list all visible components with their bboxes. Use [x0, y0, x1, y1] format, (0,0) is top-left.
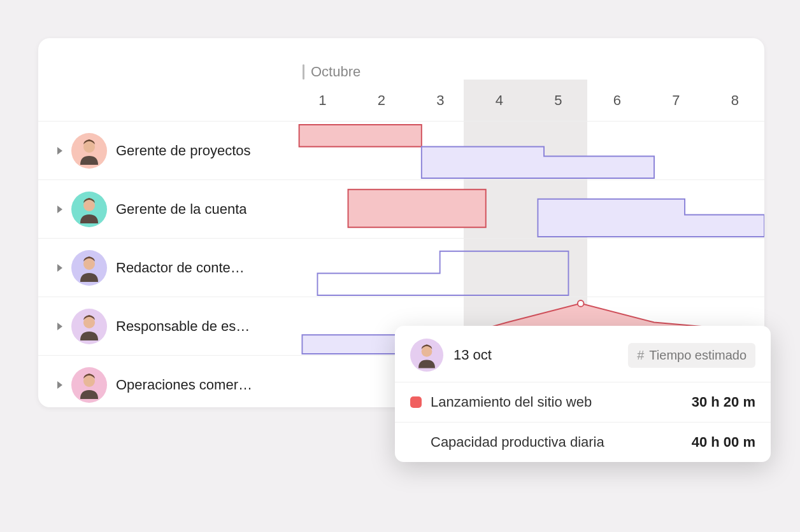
svg-marker-1	[422, 147, 654, 178]
svg-marker-3	[538, 199, 764, 237]
role-label: Gerente de la cuenta	[116, 201, 246, 218]
tooltip-avatar	[410, 339, 443, 372]
tooltip-task-row[interactable]: Lanzamiento del sitio web 30 h 20 m	[395, 382, 771, 422]
expand-icon[interactable]	[57, 323, 62, 330]
resource-row[interactable]: Gerente de la cuenta	[38, 179, 764, 238]
svg-marker-4	[317, 251, 568, 295]
tooltip-header: 13 oct # Tiempo estimado	[395, 326, 771, 382]
day-8[interactable]: 8	[706, 92, 765, 118]
svg-point-7	[578, 300, 584, 307]
hash-icon: #	[637, 348, 644, 363]
resource-row[interactable]: Gerente de proyectos	[38, 121, 764, 179]
workload-chart[interactable]	[293, 180, 764, 238]
day-7[interactable]: 7	[646, 92, 706, 118]
avatar	[71, 133, 107, 169]
row-left: Operaciones comer…	[38, 367, 293, 403]
capacity-time: 40 h 00 m	[692, 434, 755, 451]
tooltip-date: 13 oct	[454, 347, 618, 363]
workload-chart[interactable]	[293, 122, 764, 179]
capacity-label: Capacidad productiva diaria	[431, 434, 683, 451]
row-left: Gerente de proyectos	[38, 133, 293, 169]
task-time: 30 h 20 m	[692, 394, 755, 410]
day-3[interactable]: 3	[411, 92, 470, 118]
role-label: Responsable de es…	[116, 318, 250, 335]
month-tick-icon	[303, 64, 304, 80]
row-left: Responsable de es…	[38, 309, 293, 344]
svg-marker-0	[299, 125, 422, 147]
role-label: Redactor de conte…	[116, 260, 245, 276]
avatar	[71, 192, 107, 227]
avatar	[71, 367, 107, 403]
tooltip-capacity-row: Capacidad productiva diaria 40 h 00 m	[395, 422, 771, 462]
avatar	[71, 309, 107, 344]
resource-row[interactable]: Redactor de conte…	[38, 238, 764, 297]
estimated-time-chip[interactable]: # Tiempo estimado	[628, 343, 755, 368]
expand-icon[interactable]	[57, 264, 62, 272]
expand-icon[interactable]	[57, 147, 62, 155]
avatar	[71, 250, 107, 286]
day-4[interactable]: 4	[470, 92, 529, 118]
month-text: Octubre	[311, 64, 361, 80]
task-color-icon	[410, 396, 422, 408]
role-label: Operaciones comer…	[116, 377, 252, 393]
row-left: Redactor de conte…	[38, 250, 293, 286]
day-6[interactable]: 6	[588, 92, 647, 118]
expand-icon[interactable]	[57, 206, 62, 213]
month-label: Octubre	[303, 64, 361, 80]
timeline-header: Octubre 1 2 3 4 5 6 7 8	[38, 38, 764, 121]
chip-label: Tiempo estimado	[649, 348, 746, 363]
role-label: Gerente de proyectos	[116, 143, 251, 159]
expand-icon[interactable]	[57, 381, 62, 389]
svg-marker-5	[302, 335, 397, 354]
day-1[interactable]: 1	[293, 92, 352, 118]
task-name: Lanzamiento del sitio web	[431, 394, 683, 410]
day-5[interactable]: 5	[529, 92, 588, 118]
row-left: Gerente de la cuenta	[38, 192, 293, 227]
svg-marker-2	[348, 190, 485, 227]
workload-chart[interactable]	[293, 239, 764, 297]
workload-tooltip: 13 oct # Tiempo estimado Lanzamiento del…	[395, 326, 771, 462]
day-2[interactable]: 2	[352, 92, 411, 118]
day-numbers: 1 2 3 4 5 6 7 8	[293, 92, 764, 118]
